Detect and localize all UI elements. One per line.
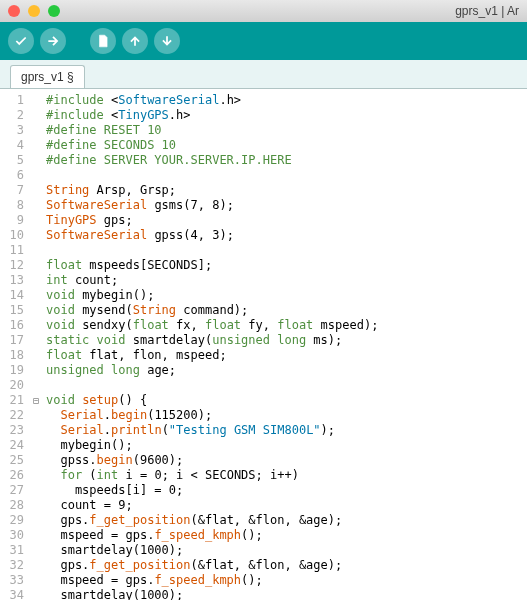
line-number: 33 (4, 573, 24, 588)
code-line[interactable]: gpss.begin(9600); (46, 453, 527, 468)
line-number: 10 (4, 228, 24, 243)
line-number: 30 (4, 528, 24, 543)
line-number: 20 (4, 378, 24, 393)
window-title: gprs_v1 | Ar (455, 4, 519, 18)
fold-marker (30, 498, 42, 513)
code-line[interactable] (46, 243, 527, 258)
code-line[interactable]: Serial.begin(115200); (46, 408, 527, 423)
fold-marker (30, 513, 42, 528)
fold-marker (30, 228, 42, 243)
fold-marker (30, 468, 42, 483)
code-line[interactable]: mspeeds[i] = 0; (46, 483, 527, 498)
fold-marker (30, 288, 42, 303)
code-line[interactable]: smartdelay(1000); (46, 543, 527, 558)
code-area[interactable]: #include <SoftwareSerial.h>#include <Tin… (42, 89, 527, 600)
maximize-window-button[interactable] (48, 5, 60, 17)
fold-marker (30, 123, 42, 138)
fold-marker (30, 138, 42, 153)
code-line[interactable]: float mspeeds[SECONDS]; (46, 258, 527, 273)
line-number: 13 (4, 273, 24, 288)
code-line[interactable]: #define SERVER YOUR.SERVER.IP.HERE (46, 153, 527, 168)
line-number: 19 (4, 363, 24, 378)
code-line[interactable]: SoftwareSerial gpss(4, 3); (46, 228, 527, 243)
line-number: 31 (4, 543, 24, 558)
line-number: 12 (4, 258, 24, 273)
fold-marker (30, 483, 42, 498)
fold-marker (30, 213, 42, 228)
file-icon (96, 34, 110, 48)
code-line[interactable]: unsigned long age; (46, 363, 527, 378)
code-line[interactable]: mspeed = gps.f_speed_kmph(); (46, 573, 527, 588)
code-line[interactable]: #define RESET 10 (46, 123, 527, 138)
fold-gutter[interactable]: ⊟⊟ (30, 89, 42, 600)
line-number: 32 (4, 558, 24, 573)
code-line[interactable]: gps.f_get_position(&flat, &flon, &age); (46, 558, 527, 573)
fold-marker (30, 543, 42, 558)
code-line[interactable]: void sendxy(float fx, float fy, float ms… (46, 318, 527, 333)
line-number: 7 (4, 183, 24, 198)
code-line[interactable] (46, 378, 527, 393)
code-line[interactable]: #include <SoftwareSerial.h> (46, 93, 527, 108)
fold-marker (30, 153, 42, 168)
line-number: 1 (4, 93, 24, 108)
code-line[interactable]: count = 9; (46, 498, 527, 513)
fold-marker (30, 93, 42, 108)
upload-button[interactable] (40, 28, 66, 54)
fold-marker (30, 333, 42, 348)
open-sketch-button[interactable] (122, 28, 148, 54)
code-line[interactable]: #include <TinyGPS.h> (46, 108, 527, 123)
fold-marker[interactable]: ⊟ (30, 393, 42, 408)
code-line[interactable]: void mybegin(); (46, 288, 527, 303)
fold-marker (30, 258, 42, 273)
line-number: 27 (4, 483, 24, 498)
code-line[interactable]: Serial.println("Testing GSM SIM800L"); (46, 423, 527, 438)
close-window-button[interactable] (8, 5, 20, 17)
line-number: 9 (4, 213, 24, 228)
fold-marker (30, 183, 42, 198)
fold-marker (30, 528, 42, 543)
line-number: 8 (4, 198, 24, 213)
code-line[interactable]: gps.f_get_position(&flat, &flon, &age); (46, 513, 527, 528)
arrow-up-icon (128, 34, 142, 48)
check-icon (14, 34, 28, 48)
code-editor[interactable]: 1234567891011121314151617181920212223242… (0, 88, 527, 600)
fold-marker (30, 348, 42, 363)
code-line[interactable]: for (int i = 0; i < SECONDS; i++) (46, 468, 527, 483)
code-line[interactable]: mybegin(); (46, 438, 527, 453)
code-line[interactable]: #define SECONDS 10 (46, 138, 527, 153)
code-line[interactable]: SoftwareSerial gsms(7, 8); (46, 198, 527, 213)
line-number: 2 (4, 108, 24, 123)
code-line[interactable]: void mysend(String command); (46, 303, 527, 318)
arrow-down-icon (160, 34, 174, 48)
save-sketch-button[interactable] (154, 28, 180, 54)
tab-gprs-v1[interactable]: gprs_v1 § (10, 65, 85, 88)
code-line[interactable]: float flat, flon, mspeed; (46, 348, 527, 363)
line-number: 14 (4, 288, 24, 303)
fold-marker (30, 363, 42, 378)
toolbar (0, 22, 527, 60)
fold-marker (30, 408, 42, 423)
code-line[interactable]: smartdelay(1000); (46, 588, 527, 600)
fold-marker (30, 558, 42, 573)
code-line[interactable]: String Arsp, Grsp; (46, 183, 527, 198)
code-line[interactable] (46, 168, 527, 183)
fold-marker (30, 588, 42, 600)
code-line[interactable]: TinyGPS gps; (46, 213, 527, 228)
verify-button[interactable] (8, 28, 34, 54)
line-number: 21 (4, 393, 24, 408)
arrow-right-icon (46, 34, 60, 48)
titlebar: gprs_v1 | Ar (0, 0, 527, 22)
code-line[interactable]: mspeed = gps.f_speed_kmph(); (46, 528, 527, 543)
line-number: 5 (4, 153, 24, 168)
fold-marker (30, 243, 42, 258)
code-line[interactable]: int count; (46, 273, 527, 288)
minimize-window-button[interactable] (28, 5, 40, 17)
new-sketch-button[interactable] (90, 28, 116, 54)
code-line[interactable]: void setup() { (46, 393, 527, 408)
line-number: 6 (4, 168, 24, 183)
fold-marker (30, 168, 42, 183)
code-line[interactable]: static void smartdelay(unsigned long ms)… (46, 333, 527, 348)
line-number: 26 (4, 468, 24, 483)
fold-marker (30, 423, 42, 438)
line-number: 28 (4, 498, 24, 513)
